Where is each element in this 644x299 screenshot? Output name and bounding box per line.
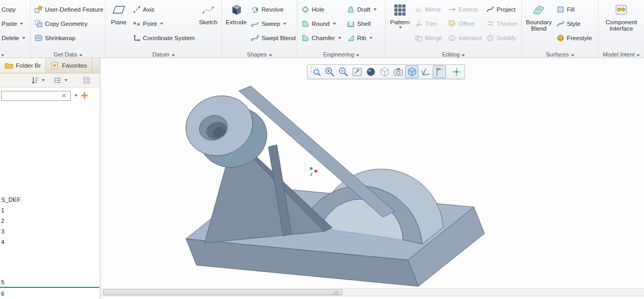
- chevron-down-icon[interactable]: [42, 79, 45, 81]
- spin-center-icon: [451, 66, 462, 78]
- project-label: Project: [497, 6, 516, 13]
- shaded-sphere-button[interactable]: [364, 66, 377, 78]
- tree-item[interactable]: 3: [1, 228, 4, 235]
- csys-marker: [310, 167, 318, 176]
- group-label-editing[interactable]: Editing: [386, 51, 521, 58]
- paste-button[interactable]: Paste: [0, 16, 27, 31]
- group-label-engineering[interactable]: Engineering: [297, 51, 385, 58]
- folder-icon: [5, 61, 13, 70]
- display-style-button[interactable]: [405, 66, 418, 78]
- zoom-in-button[interactable]: [323, 66, 336, 78]
- chevron-down-icon[interactable]: [64, 79, 68, 81]
- spin-center-button[interactable]: [450, 66, 463, 78]
- project-button[interactable]: Project: [484, 2, 519, 16]
- group-label-datum[interactable]: Datum: [106, 51, 221, 58]
- round-button[interactable]: Round: [300, 16, 344, 31]
- sweep-label: Sweep: [262, 21, 280, 27]
- tab-favorites-label: Favorites: [62, 62, 87, 69]
- orientation-cube-button[interactable]: [378, 66, 391, 78]
- annotation-display-button[interactable]: [433, 66, 446, 78]
- delete-button[interactable]: Delete: [0, 31, 27, 45]
- chevron-down-icon: [369, 37, 372, 39]
- horizontal-scrollbar[interactable]: [100, 288, 644, 296]
- saved-views-button[interactable]: [391, 66, 405, 78]
- extrude-button[interactable]: Extrude: [224, 1, 248, 48]
- tree-filter-input[interactable]: [2, 92, 61, 100]
- zoom-region-button[interactable]: [309, 66, 322, 78]
- trim-icon: [415, 20, 423, 28]
- tree-filter-field[interactable]: [1, 91, 71, 101]
- insert-here-line[interactable]: [0, 287, 99, 288]
- graphics-viewport[interactable]: [100, 58, 644, 288]
- tree-item[interactable]: 1: [1, 207, 4, 214]
- tree-item[interactable]: 4: [1, 238, 4, 246]
- tree-item[interactable]: 5: [1, 278, 4, 286]
- point-icon: [133, 20, 141, 28]
- boundary-blend-button[interactable]: Boundary Blend: [524, 1, 554, 48]
- copy-geometry-button[interactable]: Copy Geometry: [33, 16, 105, 31]
- sort-icon[interactable]: [31, 76, 39, 85]
- fill-label: Fill: [567, 6, 575, 13]
- rib-button[interactable]: Rib: [345, 31, 380, 45]
- clear-icon[interactable]: [61, 92, 67, 99]
- tree-item[interactable]: S_DEF: [1, 196, 21, 203]
- graphics-toolbar: [307, 64, 465, 79]
- udf-button[interactable]: User-Defined Feature: [33, 2, 105, 16]
- ribbon-group-clipboard: Copy Paste Delete: [0, 0, 31, 58]
- extrude-icon: [229, 3, 243, 17]
- pattern-button[interactable]: Pattern: [388, 1, 412, 48]
- freestyle-button[interactable]: Freestyle: [555, 31, 594, 45]
- coordinate-system-icon: [133, 34, 141, 42]
- zoom-out-button[interactable]: [337, 66, 350, 78]
- shell-button[interactable]: Shell: [345, 16, 380, 31]
- component-interface-button[interactable]: Component Interface: [601, 1, 641, 48]
- coordinate-system-button[interactable]: Coordinate System: [131, 31, 197, 45]
- fill-button[interactable]: Fill: [555, 2, 594, 16]
- merge-icon: [415, 34, 423, 42]
- draft-button[interactable]: Draft: [345, 2, 380, 16]
- plane-button[interactable]: Plane: [108, 1, 130, 48]
- group-label-shapes[interactable]: Shapes: [222, 51, 297, 58]
- grid-view-icon: [82, 76, 91, 85]
- shrinkwrap-button[interactable]: Shrinkwrap: [33, 31, 105, 45]
- chevron-down-icon[interactable]: [74, 95, 78, 97]
- shaded-sphere-icon: [365, 66, 377, 78]
- revolve-button[interactable]: Revolve: [249, 2, 295, 16]
- point-label: Point: [143, 21, 157, 27]
- copy-button[interactable]: Copy: [0, 2, 27, 16]
- model-canvas[interactable]: [100, 58, 644, 288]
- merge-label: Merge: [425, 35, 443, 41]
- sketch-button[interactable]: Sketch: [197, 1, 219, 48]
- component-interface-label: Component Interface: [603, 19, 640, 32]
- point-button[interactable]: Point: [131, 16, 197, 31]
- axis-button[interactable]: Axis: [131, 2, 197, 16]
- add-icon[interactable]: [80, 91, 89, 100]
- tab-folder-browser[interactable]: Folder Br: [0, 58, 46, 73]
- group-label-clipboard[interactable]: [0, 51, 30, 58]
- hole-button[interactable]: Hole: [300, 2, 344, 16]
- boundary-blend-icon: [532, 3, 546, 17]
- refit-button[interactable]: [350, 66, 363, 78]
- offset-label: Offset: [459, 21, 474, 27]
- group-label-surfaces[interactable]: Surfaces: [522, 51, 598, 58]
- list-view-icon[interactable]: [53, 76, 62, 85]
- draft-icon: [347, 5, 355, 14]
- zoom-region-icon: [310, 66, 322, 78]
- group-label-model-intent[interactable]: Model Intent: [599, 51, 644, 58]
- swept-blend-button[interactable]: Swept Blend: [249, 31, 295, 45]
- tree-item[interactable]: 6: [1, 290, 4, 297]
- sweep-icon: [251, 20, 259, 28]
- datum-display-button[interactable]: [419, 66, 432, 78]
- scrollbar-thumb[interactable]: [103, 289, 342, 295]
- round-icon: [301, 20, 310, 28]
- sweep-button[interactable]: Sweep: [249, 16, 295, 31]
- group-label-get-data[interactable]: Get Data: [31, 51, 105, 58]
- style-button[interactable]: Style: [555, 16, 594, 31]
- tab-favorites[interactable]: Favorites: [46, 58, 92, 73]
- datum-display-icon: [420, 66, 432, 78]
- solidify-icon: [486, 34, 494, 42]
- fill-icon: [556, 5, 565, 14]
- chamfer-button[interactable]: Chamfer: [300, 31, 344, 45]
- chevron-down-icon: [22, 37, 25, 39]
- tree-item[interactable]: 2: [1, 217, 4, 225]
